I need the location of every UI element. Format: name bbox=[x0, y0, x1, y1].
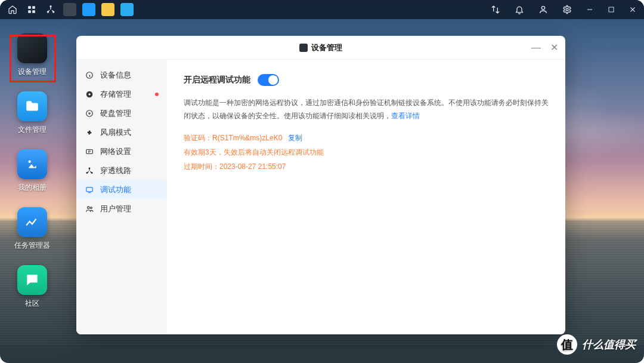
os-minimize-button[interactable] bbox=[584, 4, 595, 15]
svg-point-4 bbox=[49, 5, 51, 7]
desktop-icon-community[interactable]: 社区 bbox=[10, 265, 55, 309]
route-icon bbox=[85, 166, 94, 176]
desktop-icon-label: 我的相册 bbox=[18, 183, 47, 193]
svg-point-7 bbox=[541, 7, 544, 10]
svg-rect-0 bbox=[28, 6, 31, 9]
window-close-button[interactable]: ✕ bbox=[550, 43, 558, 53]
desktop-icon-label: 设备管理 bbox=[18, 67, 47, 77]
svg-point-8 bbox=[566, 8, 568, 11]
taskbar-user-icon[interactable] bbox=[537, 3, 550, 16]
device-manager-icon bbox=[17, 33, 47, 63]
photos-icon bbox=[17, 149, 47, 179]
remote-debug-toggle[interactable] bbox=[258, 74, 279, 86]
expire-key: 过期时间： bbox=[184, 162, 219, 171]
sidebar-item-label: 风扇模式 bbox=[100, 127, 131, 138]
sidebar-item-network[interactable]: IP 网络设置 bbox=[76, 142, 167, 161]
svg-point-14 bbox=[86, 110, 93, 117]
svg-point-15 bbox=[89, 113, 90, 114]
expire-value: 2023-08-27 21:55:07 bbox=[219, 162, 286, 171]
svg-rect-9 bbox=[609, 7, 614, 12]
window-minimize-button[interactable]: — bbox=[531, 43, 541, 53]
taskbar-home-icon[interactable] bbox=[6, 3, 19, 16]
taskbar-transfer-icon[interactable] bbox=[489, 3, 502, 16]
desktop: 设备管理 文件管理 我的相册 任务管理器 社区 设备管理 bbox=[0, 0, 644, 363]
taskbar-network-icon[interactable] bbox=[44, 3, 57, 16]
os-maximize-button[interactable] bbox=[606, 4, 617, 15]
debug-icon bbox=[85, 185, 94, 195]
desktop-icon-label: 任务管理器 bbox=[14, 241, 50, 251]
users-icon bbox=[85, 204, 94, 214]
watermark-text: 什么值得买 bbox=[582, 337, 636, 352]
app-icon bbox=[299, 44, 308, 52]
svg-point-18 bbox=[89, 167, 91, 169]
expire-note: 有效期3天，失效后将自动关闭远程调试功能 bbox=[184, 148, 324, 156]
svg-point-13 bbox=[88, 93, 91, 96]
fan-icon bbox=[85, 128, 94, 137]
taskbar-app-notes[interactable] bbox=[101, 3, 114, 16]
svg-rect-2 bbox=[28, 10, 31, 13]
window-title: 设备管理 bbox=[299, 42, 342, 53]
debug-meta: 验证码：R(S1Tm%&ms)zLeK0复制 有效期3天，失效后将自动关闭远程调… bbox=[184, 131, 549, 174]
watermark: 值 什么值得买 bbox=[557, 334, 636, 355]
sidebar: 设备信息 存储管理 硬盘管理 风扇模式 IP 网络设置 bbox=[76, 60, 167, 334]
remote-debug-row: 开启远程调试功能 bbox=[184, 74, 549, 86]
sidebar-item-label: 设备信息 bbox=[100, 70, 131, 81]
window-title-text: 设备管理 bbox=[311, 42, 342, 53]
svg-rect-1 bbox=[32, 6, 35, 9]
desktop-icon-task-manager[interactable]: 任务管理器 bbox=[10, 207, 55, 251]
watermark-badge-icon: 值 bbox=[557, 334, 577, 355]
storage-icon bbox=[85, 90, 94, 99]
desktop-icon-column: 设备管理 文件管理 我的相册 任务管理器 社区 bbox=[10, 33, 63, 309]
sidebar-item-label: 调试功能 bbox=[100, 184, 131, 195]
sidebar-item-disk[interactable]: 硬盘管理 bbox=[76, 104, 167, 123]
window-titlebar: 设备管理 — ✕ bbox=[76, 36, 565, 60]
taskbar-app-device-manager[interactable] bbox=[63, 3, 76, 16]
svg-point-22 bbox=[88, 207, 90, 209]
remote-debug-label: 开启远程调试功能 bbox=[184, 75, 250, 85]
desktop-icon-label: 文件管理 bbox=[18, 125, 47, 135]
code-key: 验证码： bbox=[184, 134, 212, 142]
notification-dot-icon bbox=[155, 93, 159, 96]
sidebar-item-users[interactable]: 用户管理 bbox=[76, 199, 167, 219]
sidebar-item-label: 硬盘管理 bbox=[100, 108, 131, 119]
copy-code-link[interactable]: 复制 bbox=[288, 134, 302, 142]
desktop-icon-label: 社区 bbox=[25, 299, 39, 309]
os-close-button[interactable] bbox=[627, 4, 638, 15]
ip-icon: IP bbox=[85, 147, 94, 156]
taskbar-apps-icon[interactable] bbox=[25, 3, 38, 16]
sidebar-item-fan[interactable]: 风扇模式 bbox=[76, 123, 167, 142]
info-icon bbox=[85, 70, 94, 80]
svg-point-10 bbox=[29, 161, 31, 163]
chat-icon bbox=[17, 265, 47, 295]
task-icon bbox=[17, 207, 47, 237]
desktop-icon-device-manager[interactable]: 设备管理 bbox=[10, 33, 55, 77]
description-text: 调试功能是一种加密的网络远程协议，通过加密通信和身份验证机制链接设备系统。不使用… bbox=[184, 99, 549, 120]
sidebar-item-label: 用户管理 bbox=[100, 204, 131, 214]
code-value: R(S1Tm%&ms)zLeK0 bbox=[212, 134, 282, 142]
sidebar-item-debug[interactable]: 调试功能 bbox=[76, 180, 167, 199]
svg-rect-3 bbox=[32, 10, 35, 13]
device-manager-window: 设备管理 — ✕ 设备信息 存储管理 硬盘管理 bbox=[76, 36, 565, 334]
taskbar-bell-icon[interactable] bbox=[513, 3, 526, 16]
desktop-icon-file-manager[interactable]: 文件管理 bbox=[10, 91, 55, 135]
folder-icon bbox=[17, 91, 47, 121]
taskbar-app-files[interactable] bbox=[120, 3, 134, 16]
svg-text:IP: IP bbox=[88, 150, 91, 153]
svg-point-23 bbox=[90, 207, 92, 209]
sidebar-item-label: 存储管理 bbox=[100, 89, 131, 100]
sidebar-item-label: 网络设置 bbox=[100, 146, 131, 157]
sidebar-item-device-info[interactable]: 设备信息 bbox=[76, 66, 167, 85]
sidebar-item-storage[interactable]: 存储管理 bbox=[76, 85, 167, 104]
content-panel: 开启远程调试功能 调试功能是一种加密的网络远程协议，通过加密通信和身份验证机制链… bbox=[167, 60, 565, 334]
svg-rect-21 bbox=[86, 187, 93, 192]
disk-icon bbox=[85, 109, 94, 118]
sidebar-item-label: 穿透线路 bbox=[100, 165, 131, 176]
sidebar-item-route[interactable]: 穿透线路 bbox=[76, 161, 167, 180]
remote-debug-description: 调试功能是一种加密的网络远程协议，通过加密通信和身份验证机制链接设备系统。不使用… bbox=[184, 97, 549, 122]
desktop-icon-my-photos[interactable]: 我的相册 bbox=[10, 149, 55, 193]
taskbar-gear-icon[interactable] bbox=[561, 3, 574, 16]
taskbar-app-docker[interactable] bbox=[82, 3, 95, 16]
view-details-link[interactable]: 查看详情 bbox=[391, 112, 420, 120]
os-taskbar bbox=[0, 0, 644, 19]
